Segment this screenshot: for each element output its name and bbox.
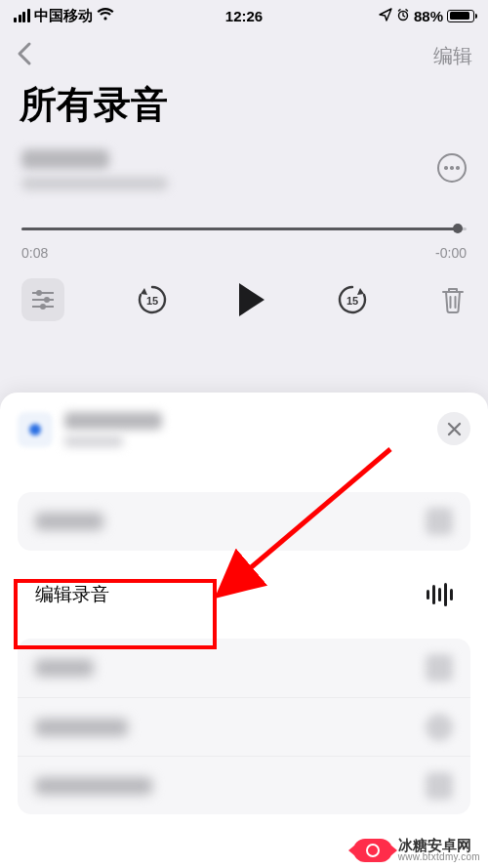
selected-recording: 0:08 -0:00 15 15	[0, 142, 488, 321]
sheet-thumb	[18, 412, 53, 447]
action-icon	[426, 714, 453, 741]
battery-percent-label: 88%	[414, 8, 443, 24]
watermark-logo-icon	[353, 839, 392, 862]
status-right: 88%	[379, 8, 474, 24]
sheet-action-item[interactable]	[18, 756, 470, 814]
skip-back-15-button[interactable]: 15	[135, 282, 170, 317]
playback-options-button[interactable]	[21, 278, 64, 321]
more-options-button[interactable]	[437, 153, 467, 183]
action-label	[35, 513, 103, 530]
trash-icon	[439, 285, 467, 314]
skip-forward-15-button[interactable]: 15	[335, 282, 370, 317]
watermark-url: www.btxtdmy.com	[398, 852, 480, 862]
sheet-header	[18, 412, 470, 447]
alarm-icon	[396, 8, 410, 24]
action-sheet: 编辑录音	[0, 393, 488, 868]
svg-text:15: 15	[346, 295, 357, 307]
clock-label: 12:26	[225, 8, 263, 24]
status-left: 中国移动	[14, 7, 114, 25]
scrubber-fill	[21, 227, 458, 230]
play-icon	[239, 283, 264, 316]
sheet-list: 编辑录音	[18, 492, 470, 828]
scrubber-thumb[interactable]	[453, 224, 463, 233]
edit-button[interactable]: 编辑	[433, 43, 472, 69]
action-label	[35, 719, 128, 736]
sheet-action-item[interactable]	[18, 639, 470, 697]
action-icon	[426, 654, 453, 682]
elapsed-time-label: 0:08	[21, 245, 48, 261]
page-title: 所有录音	[20, 80, 168, 130]
close-icon	[447, 422, 462, 436]
sheet-action-item[interactable]	[18, 492, 470, 551]
action-label	[35, 659, 94, 677]
recording-meta	[21, 149, 168, 190]
edit-recording-action[interactable]: 编辑录音	[18, 564, 470, 625]
recording-subtitle	[21, 177, 168, 190]
watermark: 冰糖安卓网 www.btxtdmy.com	[353, 838, 480, 862]
time-row: 0:08 -0:00	[21, 245, 467, 261]
battery-fill	[450, 12, 469, 20]
remaining-time-label: -0:00	[435, 245, 467, 261]
action-icon	[426, 508, 453, 535]
action-icon	[426, 772, 453, 800]
back-button[interactable]	[16, 41, 33, 70]
carrier-label: 中国移动	[34, 7, 93, 25]
svg-text:15: 15	[145, 295, 157, 307]
nav-bar: 编辑	[0, 34, 488, 77]
location-icon	[379, 8, 392, 24]
signal-bars-icon	[14, 9, 30, 22]
sheet-subtitle	[64, 435, 123, 447]
battery-icon	[447, 10, 474, 22]
watermark-name: 冰糖安卓网	[398, 838, 480, 852]
edit-recording-label: 编辑录音	[35, 582, 109, 607]
sheet-action-item[interactable]	[18, 697, 470, 756]
ellipsis-icon	[444, 166, 460, 170]
close-sheet-button[interactable]	[437, 412, 470, 445]
playback-scrubber[interactable]	[21, 220, 467, 239]
recording-title	[21, 149, 109, 169]
play-button[interactable]	[239, 283, 264, 316]
delete-button[interactable]	[439, 285, 467, 314]
status-bar: 中国移动 12:26 88%	[0, 0, 488, 31]
action-label	[35, 777, 152, 795]
waveform-icon	[427, 583, 453, 606]
sheet-group-1	[18, 492, 470, 551]
sliders-icon	[32, 292, 54, 294]
player-controls: 15 15	[21, 278, 467, 321]
sheet-group-2	[18, 639, 470, 814]
sheet-title	[64, 412, 162, 430]
wifi-icon	[97, 8, 114, 24]
